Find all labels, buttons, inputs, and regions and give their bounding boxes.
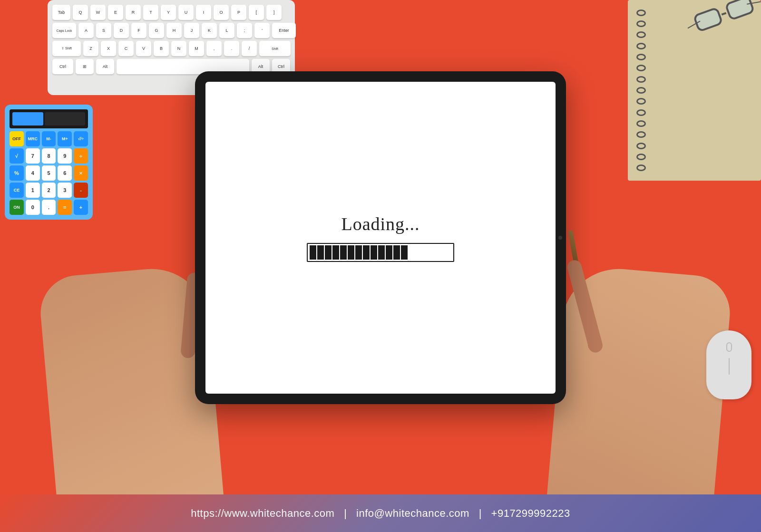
spiral-ring <box>636 43 646 49</box>
glasses-lens-left <box>693 7 723 33</box>
key-l: L <box>219 23 234 38</box>
calc-display-blue-panel <box>12 112 43 126</box>
calc-btn-divide[interactable]: ÷ <box>74 148 88 164</box>
calc-btn-8[interactable]: 8 <box>42 148 56 164</box>
calc-btn-ce[interactable]: CE <box>10 183 24 198</box>
key-period: . <box>224 41 239 56</box>
key-t: T <box>143 5 158 20</box>
calc-btn-equals[interactable]: = <box>58 200 72 215</box>
progress-segment-9 <box>371 245 377 260</box>
progress-segment-1 <box>310 245 316 260</box>
spiral-ring <box>636 109 646 116</box>
hand-right <box>546 264 733 494</box>
spiral-ring <box>636 154 646 160</box>
calc-btn-0[interactable]: 0 <box>26 200 40 215</box>
key-row-2: Caps Lock A S D F G H J K L ; ' Enter <box>52 23 290 38</box>
calc-btn-multiply[interactable]: × <box>74 165 88 181</box>
notebook-body <box>628 0 761 181</box>
key-h: H <box>166 23 182 38</box>
key-r: R <box>126 5 141 20</box>
footer-website: https://www.whitechance.com <box>191 507 334 520</box>
key-row-3: ⇧ Shift Z X C V B N M , . / Shift <box>52 41 290 56</box>
calc-btn-dot[interactable]: . <box>42 200 56 215</box>
calc-row-4: CE 1 2 3 - <box>10 183 88 198</box>
key-g: G <box>149 23 164 38</box>
mouse-center-line <box>729 358 730 375</box>
key-ctrl: Ctrl <box>52 59 73 74</box>
tablet-body: Loading... <box>195 71 566 404</box>
calc-btn-minus[interactable]: - <box>74 183 88 198</box>
calc-btn-3[interactable]: 3 <box>58 183 72 198</box>
loading-text: Loading... <box>341 213 420 234</box>
calc-btn-9[interactable]: 9 <box>58 148 72 164</box>
mouse-scroll-wheel <box>726 342 732 352</box>
progress-segment-11 <box>386 245 392 260</box>
spiral-ring <box>636 65 646 71</box>
calc-row-3: % 4 5 6 × <box>10 165 88 181</box>
key-x: X <box>101 41 116 56</box>
key-row-1: Tab Q W E R T Y U I O P [ ] <box>52 5 290 20</box>
key-alt: Alt <box>96 59 114 74</box>
key-bracket2: ] <box>266 5 282 20</box>
key-o: O <box>214 5 229 20</box>
calculator: OFF MRC M- M+ √/÷ √ 7 8 9 ÷ % 4 5 6 × <box>5 105 93 220</box>
tablet-camera <box>558 236 562 240</box>
progress-segment-12 <box>393 245 400 260</box>
calc-btn-5[interactable]: 5 <box>42 165 56 181</box>
progress-segment-6 <box>348 245 354 260</box>
calc-btn-sqrt2[interactable]: √ <box>10 148 24 164</box>
key-s: S <box>96 23 111 38</box>
progress-segment-2 <box>317 245 324 260</box>
key-a: A <box>78 23 94 38</box>
spiral-ring <box>636 20 646 27</box>
mouse <box>706 330 751 399</box>
calc-display-dark-panel <box>45 112 85 126</box>
spiral-ring <box>636 131 646 138</box>
key-y: Y <box>161 5 176 20</box>
spiral-ring <box>636 98 646 105</box>
key-k: K <box>202 23 217 38</box>
key-d: D <box>114 23 129 38</box>
footer-phone: +917299992223 <box>491 507 570 520</box>
key-w: W <box>90 5 106 20</box>
key-u: U <box>178 5 194 20</box>
calc-btn-7[interactable]: 7 <box>26 148 40 164</box>
key-comma: , <box>206 41 222 56</box>
key-win: ⊞ <box>76 59 94 74</box>
key-n: N <box>171 41 186 56</box>
calc-btn-mplus[interactable]: M+ <box>58 131 72 146</box>
key-i: I <box>196 5 211 20</box>
calc-btn-plus[interactable]: + <box>74 200 88 215</box>
spiral-ring <box>636 143 646 149</box>
progress-segment-5 <box>340 245 347 260</box>
calc-btn-percent[interactable]: % <box>10 165 24 181</box>
key-z: Z <box>83 41 98 56</box>
calc-btn-mrc[interactable]: MRC <box>26 131 40 146</box>
tablet-screen: Loading... <box>205 82 556 394</box>
key-rshift: Shift <box>259 41 291 56</box>
key-semi: ; <box>237 23 252 38</box>
calc-btn-1[interactable]: 1 <box>26 183 40 198</box>
key-bracket: [ <box>249 5 264 20</box>
calc-btn-2[interactable]: 2 <box>42 183 56 198</box>
key-e: E <box>108 5 123 20</box>
key-b: B <box>154 41 169 56</box>
calc-btn-on[interactable]: ON <box>10 200 24 215</box>
calc-btn-sqrt[interactable]: √/÷ <box>74 131 88 146</box>
calc-row-1: OFF MRC M- M+ √/÷ <box>10 131 88 146</box>
calc-btn-6[interactable]: 6 <box>58 165 72 181</box>
key-enter: Enter <box>272 23 296 38</box>
footer-divider-2: | <box>479 507 482 520</box>
key-q: Q <box>73 5 88 20</box>
calc-btn-off[interactable]: OFF <box>10 131 24 146</box>
tablet-container: Loading... <box>195 71 566 404</box>
calc-btn-mminus[interactable]: M- <box>42 131 56 146</box>
calc-btn-4[interactable]: 4 <box>26 165 40 181</box>
key-caps: Caps Lock <box>52 23 76 38</box>
notebook <box>628 0 761 181</box>
key-slash: / <box>242 41 257 56</box>
glasses-body <box>691 0 758 33</box>
key-m: M <box>189 41 204 56</box>
calculator-buttons: OFF MRC M- M+ √/÷ √ 7 8 9 ÷ % 4 5 6 × <box>10 131 88 215</box>
spiral-ring <box>636 31 646 38</box>
